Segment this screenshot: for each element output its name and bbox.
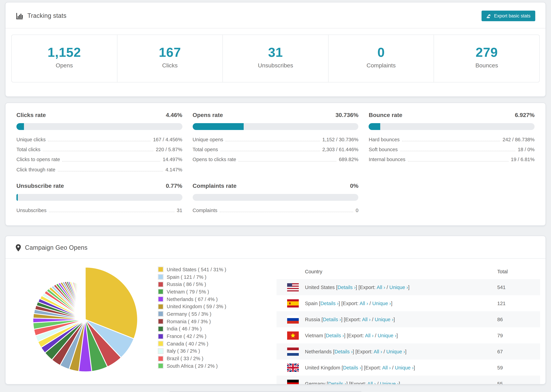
export-label: Export: xyxy=(365,365,382,370)
export-label: Export: xyxy=(357,349,374,354)
rate-row-label: Click through rate xyxy=(16,167,55,172)
legend-label: Brazil ( 33 / 2% ) xyxy=(167,356,203,361)
details-link[interactable]: Details › xyxy=(338,284,356,290)
export-all-link[interactable]: All › xyxy=(382,365,391,370)
stat-label: Opens xyxy=(12,62,117,69)
details-link[interactable]: Details › xyxy=(328,381,346,385)
export-unique-link[interactable]: Unique › xyxy=(378,333,396,338)
export-unique-link[interactable]: Unique › xyxy=(386,349,405,354)
legend-item[interactable]: Vietnam ( 79 / 5% ) xyxy=(158,288,226,295)
rate-row-value: 14.497% xyxy=(163,157,182,162)
geo-table-row: Russia [Details ›] [Export: All › / Uniq… xyxy=(276,311,540,327)
country-name: United Kingdom xyxy=(305,365,342,370)
rate-row: Unique opens 1,152 / 30.736% xyxy=(192,137,358,142)
dotted-leader xyxy=(49,212,174,212)
details-link[interactable]: Details › xyxy=(323,317,341,322)
export-all-link[interactable]: All › xyxy=(365,333,374,338)
export-all-link[interactable]: All › xyxy=(362,317,371,322)
rates-grid: Clicks rate 4.46%Unique clicks 167 / 4.4… xyxy=(6,103,545,227)
rate-row-label: Internal bounces xyxy=(369,157,405,162)
export-basic-stats-button[interactable]: Export basic stats xyxy=(482,11,535,21)
pie-slice[interactable] xyxy=(85,298,85,320)
export-label: Export: xyxy=(348,333,365,338)
slash: / xyxy=(391,365,395,370)
rate-row-label: Total clicks xyxy=(16,147,40,152)
progress-bar-track xyxy=(192,194,358,201)
flag-ru-icon xyxy=(287,315,299,323)
legend-item[interactable]: South Africa ( 29 / 2% ) xyxy=(158,362,226,370)
rate-row-label: Hard bounces xyxy=(369,137,400,142)
progress-bar-fill xyxy=(192,123,243,130)
export-unique-link[interactable]: Unique › xyxy=(372,301,391,306)
legend-item[interactable]: Netherlands ( 67 / 4% ) xyxy=(158,295,226,303)
legend-item[interactable]: Romania ( 49 / 3% ) xyxy=(158,318,226,325)
rate-row-value: 689.82% xyxy=(339,157,359,162)
export-label: Export: xyxy=(350,381,367,385)
slash: / xyxy=(374,333,378,338)
rate-row-value: 19 / 6.81% xyxy=(511,157,535,162)
tracking-stats-card: Tracking stats Export basic stats 1,152 … xyxy=(5,2,546,97)
export-all-link[interactable]: All › xyxy=(367,381,376,385)
export-all-link[interactable]: All › xyxy=(377,284,385,290)
total-cell: 67 xyxy=(497,349,540,354)
progress-bar-fill xyxy=(16,194,18,201)
legend-item[interactable]: Brazil ( 33 / 2% ) xyxy=(158,355,226,362)
legend-item[interactable]: Canada ( 40 / 2% ) xyxy=(158,340,226,347)
geo-table-row: United Kingdom [Details ›] [Export: All … xyxy=(276,359,540,376)
country-name: Russia xyxy=(305,317,322,322)
legend-item[interactable]: Germany ( 55 / 3% ) xyxy=(158,310,226,318)
export-unique-link[interactable]: Unique › xyxy=(389,284,408,290)
legend-color-chip xyxy=(158,364,163,368)
rate-panel-title: Opens rate xyxy=(192,112,223,119)
rate-row: Hard bounces 242 / 86.738% xyxy=(369,137,535,142)
stat-unsubscribes: 31 Unsubscribes xyxy=(223,35,328,82)
legend-color-chip xyxy=(158,290,163,294)
slash: / xyxy=(385,284,389,290)
stat-label: Bounces xyxy=(434,62,539,69)
dotted-leader xyxy=(408,161,509,161)
details-link[interactable]: Details › xyxy=(335,349,353,354)
legend-label: Canada ( 40 / 2% ) xyxy=(167,341,208,346)
rate-row-value: 2,303 / 61.446% xyxy=(322,147,358,152)
legend-color-chip xyxy=(158,356,163,361)
stat-label: Clicks xyxy=(117,62,222,69)
legend-item[interactable]: France ( 42 / 2% ) xyxy=(158,332,226,340)
rate-panel-title: Unsubscribe rate xyxy=(16,183,64,189)
stat-value: 279 xyxy=(434,45,539,60)
bracket: [ xyxy=(325,333,326,338)
rate-row: Unsubscribes 31 xyxy=(16,208,182,213)
export-unique-link[interactable]: Unique › xyxy=(380,381,399,385)
flag-de-icon xyxy=(287,379,299,385)
export-all-link[interactable]: All › xyxy=(360,301,368,306)
legend-item[interactable]: India ( 46 / 3% ) xyxy=(158,325,226,332)
legend-item[interactable]: United Kingdom ( 59 / 3% ) xyxy=(158,303,226,310)
export-label: Export: xyxy=(343,301,360,306)
legend-label: Netherlands ( 67 / 4% ) xyxy=(167,296,218,302)
stats-box: 1,152 Opens167 Clicks31 Unsubscribes0 Co… xyxy=(11,35,540,83)
export-all-link[interactable]: All › xyxy=(374,349,382,354)
dotted-leader xyxy=(402,141,500,141)
geo-content: United States ( 541 / 31% )Spain ( 121 /… xyxy=(6,259,545,385)
rate-row: Total opens 2,303 / 61.446% xyxy=(192,147,358,152)
details-link[interactable]: Details › xyxy=(326,333,344,338)
dotted-leader xyxy=(226,141,320,141)
rate-panel-unsubscribe-rate: Unsubscribe rate 0.77%Unsubscribes 31 xyxy=(16,183,182,218)
bracket: ] [ xyxy=(344,333,348,338)
details-link[interactable]: Details › xyxy=(320,301,339,306)
rate-panel-complaints-rate: Complaints rate 0%Complaints 0 xyxy=(192,183,358,218)
legend-item[interactable]: United States ( 541 / 31% ) xyxy=(158,266,226,273)
legend-item[interactable]: Spain ( 121 / 7% ) xyxy=(158,273,226,280)
total-cell: 541 xyxy=(497,284,540,290)
slash: / xyxy=(376,381,380,385)
rate-row: Click through rate 4.147% xyxy=(16,167,182,172)
country-name: Vietnam xyxy=(305,333,325,338)
export-unique-link[interactable]: Unique › xyxy=(375,317,394,322)
rate-panel-opens-rate: Opens rate 30.736%Unique opens 1,152 / 3… xyxy=(192,112,358,167)
legend-item[interactable]: Russia ( 86 / 5% ) xyxy=(158,281,226,288)
bracket: ] xyxy=(408,284,410,290)
rate-row: Opens to clicks rate 689.82% xyxy=(192,157,358,162)
details-link[interactable]: Details › xyxy=(343,365,361,370)
export-unique-link[interactable]: Unique › xyxy=(395,365,414,370)
legend-item[interactable]: Italy ( 36 / 2% ) xyxy=(158,347,226,355)
legend-color-chip xyxy=(158,334,163,338)
